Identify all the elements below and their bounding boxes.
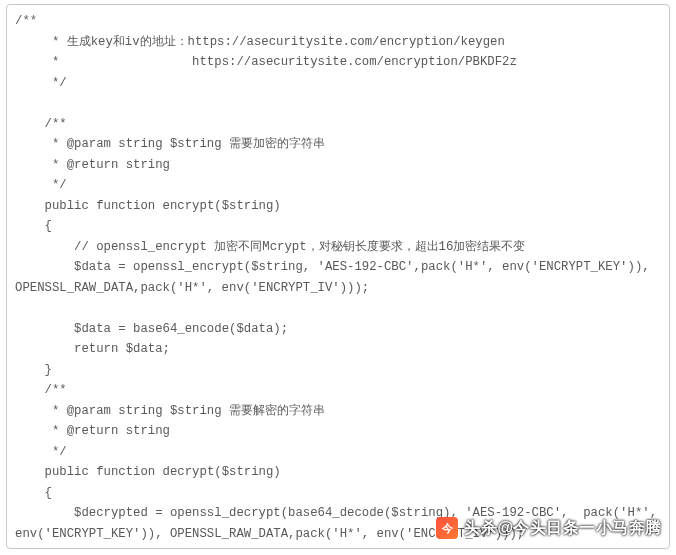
code-container: /** * 生成key和iv的地址：https://asecuritysite.… bbox=[6, 4, 670, 549]
code-block: /** * 生成key和iv的地址：https://asecuritysite.… bbox=[15, 11, 661, 549]
viewport: /** * 生成key和iv的地址：https://asecuritysite.… bbox=[0, 0, 676, 555]
